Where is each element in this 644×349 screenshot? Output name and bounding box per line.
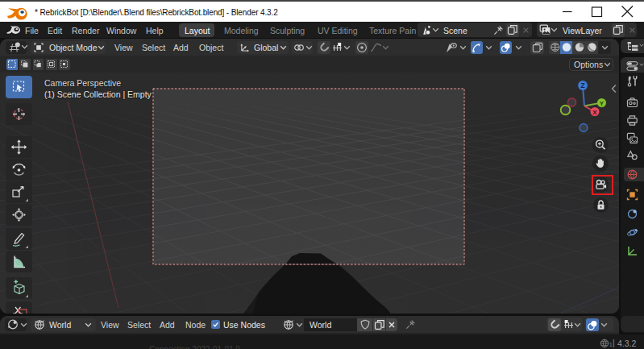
svg-text:Y: Y [600,100,605,107]
svg-text:Z: Z [580,81,584,89]
svg-text:X: X [592,109,597,116]
